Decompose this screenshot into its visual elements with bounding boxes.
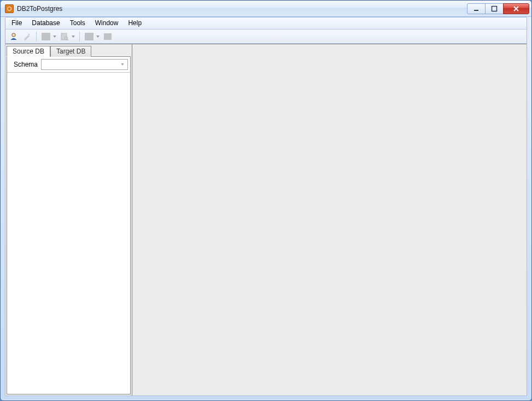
svg-rect-1 <box>492 6 497 11</box>
query-dropdown[interactable] <box>71 31 76 43</box>
toolbar-separator-2 <box>79 32 80 42</box>
connect-icon <box>9 32 18 41</box>
client-area: File Database Tools Window Help <box>5 17 527 396</box>
window-controls <box>467 3 529 14</box>
menu-window[interactable]: Window <box>90 17 124 29</box>
schema-tree[interactable] <box>7 72 130 394</box>
content-area <box>132 44 527 396</box>
maximize-button[interactable] <box>485 3 504 14</box>
minimize-icon <box>473 5 480 12</box>
menu-tools[interactable]: Tools <box>65 17 90 29</box>
main-split: Source DB Target DB Schema <box>5 44 527 396</box>
stop-button[interactable] <box>102 31 114 43</box>
schema-select[interactable] <box>41 59 128 70</box>
minimize-button[interactable] <box>467 3 486 14</box>
query-icon <box>60 32 69 41</box>
close-button[interactable] <box>503 3 529 14</box>
tab-source-db[interactable]: Source DB <box>7 46 50 57</box>
close-icon <box>512 5 520 12</box>
open-icon <box>42 33 50 40</box>
window-title: DB2ToPostgres <box>17 5 62 13</box>
query-button[interactable] <box>59 31 71 43</box>
schema-label: Schema <box>9 61 38 68</box>
menu-database[interactable]: Database <box>27 17 65 29</box>
svg-point-3 <box>28 33 30 35</box>
run-dropdown[interactable] <box>95 31 101 43</box>
svg-rect-0 <box>474 10 478 11</box>
chevron-down-icon <box>120 62 125 67</box>
schema-row: Schema <box>7 57 130 72</box>
app-icon <box>5 4 14 13</box>
svg-line-6 <box>67 39 68 40</box>
open-button[interactable] <box>40 31 52 43</box>
toolbar-separator-1 <box>36 32 37 42</box>
run-button[interactable] <box>83 31 95 43</box>
left-panel: Source DB Target DB Schema <box>5 44 132 396</box>
menubar: File Database Tools Window Help <box>5 17 527 30</box>
open-dropdown[interactable] <box>52 31 57 43</box>
connect-button[interactable] <box>8 31 20 43</box>
toolbar <box>5 30 527 44</box>
chevron-down-icon <box>96 34 100 39</box>
titlebar[interactable]: DB2ToPostgres <box>1 1 531 17</box>
wizard-icon <box>22 32 31 41</box>
svg-point-2 <box>12 33 15 36</box>
wizard-button[interactable] <box>21 31 33 43</box>
run-icon <box>85 33 93 40</box>
chevron-down-icon <box>71 34 75 39</box>
maximize-icon <box>491 5 498 12</box>
stop-icon <box>104 33 112 40</box>
db-tabstrip: Source DB Target DB <box>5 44 132 56</box>
menu-help[interactable]: Help <box>123 17 147 29</box>
menu-file[interactable]: File <box>7 17 27 29</box>
tab-target-db[interactable]: Target DB <box>50 46 91 57</box>
window-frame: DB2ToPostgres File Database Tools Window… <box>0 0 532 401</box>
chevron-down-icon <box>52 34 57 39</box>
source-db-panel: Schema <box>7 56 131 394</box>
